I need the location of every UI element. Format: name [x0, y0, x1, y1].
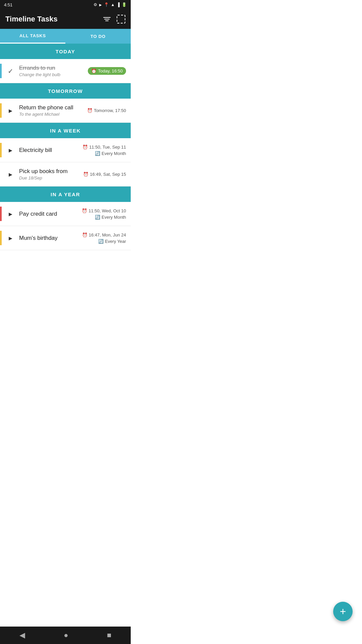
select-button[interactable]	[117, 15, 125, 23]
section-year: IN A YEAR	[0, 186, 131, 202]
section-today: TODAY	[0, 44, 131, 59]
task-play-phone-call[interactable]: ▶	[2, 108, 19, 113]
task-content-errands: Errands to run Change the light bulb	[19, 65, 88, 77]
task-errands[interactable]: ✓ Errands to run Change the light bulb ⏰…	[0, 59, 131, 83]
recur-icon-electricity: 🔄	[95, 151, 100, 156]
alarm-icon-pick-books: ⏰	[83, 172, 88, 177]
checkmark-icon: ✓	[8, 67, 13, 75]
task-due-text-phone-call: Tomorrow, 17:50	[94, 108, 126, 113]
app-title: Timeline Tasks	[5, 15, 58, 23]
task-play-credit-card[interactable]: ▶	[2, 211, 19, 217]
task-title-phone-call: Return the phone call	[19, 104, 87, 111]
recur-icon-mums-birthday: 🔄	[98, 239, 104, 244]
task-title-credit-card: Pay credit card	[19, 211, 82, 217]
task-subtitle-pick-books: Due 18/Sep	[19, 175, 83, 180]
task-title-mums-birthday: Mum's birthday	[19, 235, 82, 241]
task-title-electricity: Electricity bill	[19, 147, 82, 154]
task-due-text-pick-books: 16:49, Sat, Sep 15	[90, 172, 126, 177]
task-due-mums-birthday: ⏰ 16:47, Mon, Jun 24	[82, 232, 126, 237]
status-icons: ⚙ ▶ 📍 ▲ ▐ 🔋	[94, 2, 127, 7]
task-time-mums-birthday: ⏰ 16:47, Mon, Jun 24 🔄 Every Year	[82, 232, 126, 244]
section-tomorrow-label: TOMORROW	[48, 88, 83, 94]
task-time-electricity: ⏰ 11:50, Tue, Sep 11 🔄 Every Month	[82, 145, 126, 156]
tab-all-tasks[interactable]: ALL TASKS	[0, 29, 65, 44]
task-content-pick-books: Pick up books from Due 18/Sep	[19, 168, 83, 180]
task-electricity[interactable]: ▶ Electricity bill ⏰ 11:50, Tue, Sep 11 …	[0, 138, 131, 162]
task-due-text-credit-card: 11:50, Wed, Oct 10	[88, 208, 126, 213]
alarm-icon-mums-birthday: ⏰	[82, 232, 87, 237]
tabs-bar: ALL TASKS TO DO	[0, 29, 131, 44]
task-play-pick-books[interactable]: ▶	[2, 172, 19, 177]
gear-icon: ⚙	[94, 2, 97, 7]
status-time: 4:51	[4, 2, 12, 7]
task-time-phone-call: ⏰ Tomorrow, 17:50	[87, 108, 126, 113]
wifi-icon: ▲	[111, 2, 115, 7]
alarm-icon-phone-call: ⏰	[87, 108, 93, 113]
top-bar: Timeline Tasks	[0, 9, 131, 29]
task-content-mums-birthday: Mum's birthday	[19, 235, 82, 241]
task-time-errands: ⏰ Today, 16:50	[88, 67, 126, 75]
location-icon: 📍	[104, 2, 109, 7]
play-icon-electricity: ▶	[9, 148, 12, 153]
tab-to-do[interactable]: TO DO	[65, 29, 131, 44]
signal-icon: ▐	[117, 2, 120, 7]
task-time-pick-books: ⏰ 16:49, Sat, Sep 15	[83, 172, 126, 177]
play-icon-pick-books: ▶	[9, 172, 12, 177]
task-recur-mums-birthday: 🔄 Every Year	[98, 239, 126, 244]
task-check-errands[interactable]: ✓	[2, 67, 19, 75]
task-recur-electricity: 🔄 Every Month	[95, 151, 126, 156]
task-due-phone-call: ⏰ Tomorrow, 17:50	[87, 108, 126, 113]
task-credit-card[interactable]: ▶ Pay credit card ⏰ 11:50, Wed, Oct 10 🔄…	[0, 202, 131, 226]
task-badge-text-errands: Today, 16:50	[98, 68, 123, 73]
task-due-electricity: ⏰ 11:50, Tue, Sep 11	[82, 145, 126, 150]
task-content-electricity: Electricity bill	[19, 147, 82, 154]
play-icon-mums-birthday: ▶	[9, 235, 12, 241]
task-due-pick-books: ⏰ 16:49, Sat, Sep 15	[83, 172, 126, 177]
section-year-label: IN A YEAR	[51, 192, 80, 197]
task-recur-text-credit-card: Every Month	[102, 215, 126, 220]
top-bar-actions	[103, 15, 125, 23]
alarm-icon-errands: ⏰	[91, 68, 97, 73]
task-phone-call[interactable]: ▶ Return the phone call To the agent Mic…	[0, 99, 131, 123]
play-icon-credit-card: ▶	[9, 211, 12, 217]
task-recur-text-electricity: Every Month	[102, 151, 126, 156]
recur-icon-credit-card: 🔄	[95, 215, 100, 220]
section-week-label: IN A WEEK	[50, 128, 81, 133]
battery-icon: 🔋	[122, 2, 127, 7]
task-content-credit-card: Pay credit card	[19, 211, 82, 217]
task-recur-credit-card: 🔄 Every Month	[95, 215, 126, 220]
task-badge-errands: ⏰ Today, 16:50	[88, 67, 126, 75]
task-subtitle-errands: Change the light bulb	[19, 72, 88, 77]
task-play-mums-birthday[interactable]: ▶	[2, 235, 19, 241]
task-title-errands: Errands to run	[19, 65, 88, 71]
task-due-text-electricity: 11:50, Tue, Sep 11	[89, 145, 126, 150]
task-recur-text-mums-birthday: Every Year	[105, 239, 126, 244]
task-due-credit-card: ⏰ 11:50, Wed, Oct 10	[82, 208, 126, 213]
alarm-icon-credit-card: ⏰	[82, 208, 87, 213]
alarm-icon-electricity: ⏰	[82, 145, 88, 150]
task-mums-birthday[interactable]: ▶ Mum's birthday ⏰ 16:47, Mon, Jun 24 🔄 …	[0, 226, 131, 250]
section-week: IN A WEEK	[0, 123, 131, 138]
task-pick-books[interactable]: ▶ Pick up books from Due 18/Sep ⏰ 16:49,…	[0, 162, 131, 186]
task-play-electricity[interactable]: ▶	[2, 148, 19, 153]
task-content-phone-call: Return the phone call To the agent Micha…	[19, 104, 87, 117]
play-badge-icon: ▶	[99, 3, 102, 7]
task-title-pick-books: Pick up books from	[19, 168, 83, 175]
play-icon-phone-call: ▶	[9, 108, 12, 113]
status-bar: 4:51 ⚙ ▶ 📍 ▲ ▐ 🔋	[0, 0, 131, 9]
section-today-label: TODAY	[56, 49, 75, 54]
task-subtitle-phone-call: To the agent Michael	[19, 112, 87, 117]
section-tomorrow: TOMORROW	[0, 83, 131, 99]
task-due-text-mums-birthday: 16:47, Mon, Jun 24	[89, 232, 126, 237]
filter-button[interactable]	[103, 17, 111, 21]
task-time-credit-card: ⏰ 11:50, Wed, Oct 10 🔄 Every Month	[82, 208, 126, 220]
